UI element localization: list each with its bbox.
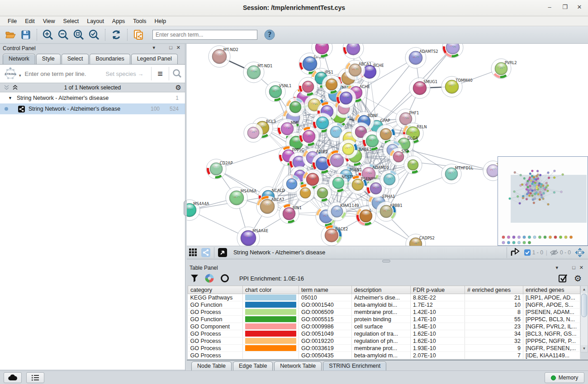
column-header-chart-color[interactable]: chart color	[243, 286, 299, 294]
column-header-FDR-p-value[interactable]: FDR p-value	[411, 286, 465, 294]
protein-node[interactable]	[244, 123, 263, 142]
string-logo-icon[interactable]: STRING	[3, 67, 18, 80]
maximize-button[interactable]: ❐	[560, 4, 570, 13]
menu-help[interactable]: Help	[151, 17, 171, 25]
protein-node[interactable]	[343, 44, 364, 59]
birds-eye-navigator[interactable]	[498, 156, 588, 246]
filter-funnel-icon[interactable]	[190, 274, 199, 282]
protein-node[interactable]	[339, 140, 358, 159]
scroll-down-arrow[interactable]: ▼	[581, 345, 588, 352]
network-tree-row[interactable]: ▼String Network - Alzheimer's disease1	[0, 93, 185, 103]
menu-file[interactable]: File	[4, 17, 21, 25]
protein-node[interactable]	[442, 44, 463, 58]
species-hint[interactable]: Set species →	[106, 70, 144, 77]
protein-node[interactable]	[322, 75, 341, 94]
protein-node[interactable]	[299, 126, 319, 146]
protein-node[interactable]	[299, 77, 318, 96]
table-vertical-scrollbar[interactable]: ▲ ▼	[580, 286, 588, 352]
enrichment-row[interactable]: GO ProcessGO:0033619membrane prot...1.93…	[188, 345, 580, 352]
panel-close-icon[interactable]: ✕	[176, 45, 180, 51]
menu-select[interactable]: Select	[59, 17, 83, 25]
tab-boundaries[interactable]: Boundaries	[90, 54, 130, 64]
protein-node-tomm40[interactable]: TOMM40	[441, 76, 473, 97]
menu-view[interactable]: View	[39, 17, 59, 25]
scroll-up-arrow[interactable]: ▲	[581, 286, 588, 293]
zoom-fit-button[interactable]	[71, 28, 86, 42]
help-button[interactable]: ?	[262, 28, 277, 42]
enrichment-row[interactable]: GO ProcessGO:0019220regulation of ph...1…	[188, 337, 580, 345]
grid-view-button[interactable]	[187, 247, 199, 258]
task-history-button[interactable]	[26, 372, 44, 383]
zoom-selected-button[interactable]	[87, 28, 101, 42]
protein-node[interactable]	[404, 156, 422, 174]
menu-apps[interactable]: Apps	[108, 17, 129, 25]
open-in-browser-button[interactable]	[216, 247, 229, 258]
panel-menu-icon[interactable]: ▾	[152, 45, 155, 51]
scrollbar-thumb[interactable]	[581, 294, 587, 317]
cloud-tasks-button[interactable]	[4, 372, 22, 383]
panel-close-icon[interactable]: ✕	[579, 265, 583, 271]
enrichment-row[interactable]: GO FunctionGO:0001540beta-amyloid bi...1…	[188, 301, 580, 309]
tab-network-table[interactable]: Network Table	[274, 361, 322, 371]
protein-node-bin1[interactable]: BIN1	[279, 204, 302, 224]
toggle-navigator-button[interactable]	[574, 247, 586, 258]
protein-node-vsnl1[interactable]: VSNL1	[266, 82, 291, 102]
enrichment-row[interactable]: KEGG Pathways05010Alzheimer's dise...8.8…	[188, 294, 580, 301]
enrichment-chart-icon[interactable]	[205, 274, 214, 283]
minimize-button[interactable]: –	[545, 4, 555, 13]
column-header-description[interactable]: description	[352, 286, 411, 294]
enrichment-row[interactable]: GO FunctionGO:0005515protein binding1.47…	[188, 316, 580, 323]
table-settings-gear-icon[interactable]: ⚙	[574, 273, 582, 284]
column-header-category[interactable]: category	[188, 286, 243, 294]
menu-layout[interactable]: Layout	[83, 17, 108, 25]
enrichment-table[interactable]: categorychart colorterm namedescriptionF…	[188, 286, 580, 359]
clone-network-button[interactable]	[131, 28, 146, 42]
search-input[interactable]	[152, 30, 257, 40]
protein-node[interactable]	[336, 88, 356, 108]
protein-node[interactable]	[313, 184, 332, 202]
column-header--enriched-genes[interactable]: # enriched genes	[465, 286, 523, 294]
tab-style[interactable]: Style	[36, 54, 61, 64]
menu-tools[interactable]: Tools	[129, 17, 150, 25]
tab-select[interactable]: Select	[62, 54, 89, 64]
string-query-input[interactable]	[21, 70, 106, 77]
protein-node-mthfd1l[interactable]: MTHFD1L	[441, 164, 473, 184]
refresh-button[interactable]	[109, 28, 123, 42]
enrichment-row[interactable]: GO ProcessGO:0006509membrane prot...1.42…	[188, 309, 580, 316]
close-button[interactable]: ✕	[574, 4, 584, 13]
network-tree-row[interactable]: String Network - Alzheimer's disease1005…	[0, 103, 185, 114]
network-canvas[interactable]: MT-ND2MT-ND1VSNL1GAB2ADAMTS2PVRL2TOMM40S…	[187, 44, 588, 246]
zoom-out-button[interactable]	[56, 28, 71, 42]
select-all-checkbox-icon[interactable]	[558, 273, 568, 283]
protein-node-ms4a4e[interactable]: MS4A4E	[237, 227, 268, 246]
enrichment-row[interactable]: GO ProcessGO:0051049regulation of tra...…	[188, 330, 580, 337]
protein-node-adamts2[interactable]: ADAMTS2	[405, 47, 438, 68]
protein-node-bace2[interactable]: BACE2	[321, 225, 348, 246]
protein-node-apbb1[interactable]: APBB1	[376, 201, 403, 221]
menu-edit[interactable]: Edit	[21, 17, 39, 25]
protein-node[interactable]	[286, 98, 305, 117]
protein-node-ms4a6a[interactable]: MS4A6A	[226, 187, 256, 209]
protein-node-pvrl2[interactable]: PVRL2	[491, 59, 517, 79]
network-options-gear-icon[interactable]: ⚙	[175, 84, 181, 92]
enrichment-row[interactable]: GO ComponentGO:0009986cell surface1.54E-…	[188, 323, 580, 330]
save-session-button[interactable]	[19, 28, 33, 42]
string-view-button[interactable]	[199, 247, 212, 258]
split-divider-handle[interactable]	[382, 260, 390, 262]
protein-node-mt-nd1[interactable]: MT-ND1	[243, 62, 272, 83]
protein-node-cadps2[interactable]: CADPS2	[406, 234, 435, 246]
tab-edge-table[interactable]: Edge Table	[233, 361, 273, 371]
string-search-icon[interactable]	[172, 69, 182, 79]
memory-button[interactable]: Memory	[545, 372, 584, 383]
tab-node-table[interactable]: Node Table	[191, 361, 232, 371]
tab-legend-panel[interactable]: Legend Panel	[131, 54, 178, 64]
column-header-term-name[interactable]: term name	[299, 286, 352, 294]
protein-node-mt-nd2[interactable]: MT-ND2	[209, 46, 238, 67]
protein-node[interactable]	[283, 175, 301, 193]
enrichment-row[interactable]: GO ProcessGO:0050435beta-amyloid m...2.0…	[188, 352, 580, 359]
string-options-icon[interactable]: ≡	[157, 69, 163, 79]
panel-float-icon[interactable]: □	[572, 265, 575, 270]
protein-node-ms4a4a[interactable]: MS4A4A	[187, 200, 209, 220]
tree-expand-icon[interactable]: ▼	[8, 96, 12, 100]
panel-menu-icon[interactable]: ▾	[555, 265, 558, 271]
